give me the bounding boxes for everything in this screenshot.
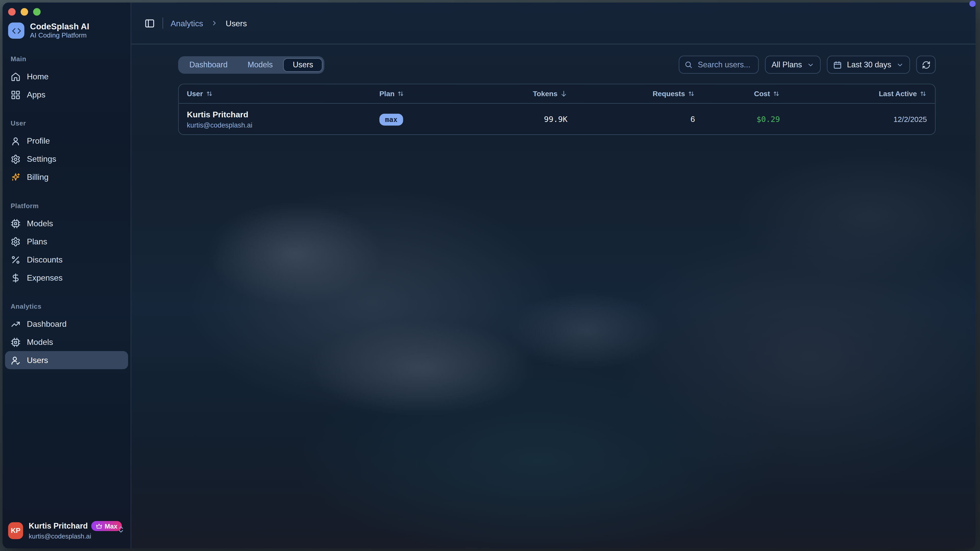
sidebar-item-label: Expenses: [27, 273, 62, 283]
sidebar-item-models[interactable]: Models: [5, 214, 128, 232]
zoom-window-button[interactable]: [33, 8, 41, 16]
column-header-cost[interactable]: Cost: [695, 90, 780, 97]
sort-icon: [205, 90, 213, 97]
sidebar-item-label: Settings: [27, 154, 56, 164]
user-icon: [11, 136, 21, 146]
sort-icon: [773, 90, 780, 97]
sidebar-user-name: Kurtis Pritchard: [29, 522, 88, 530]
sidebar-item-label: Billing: [27, 172, 48, 182]
brand-tagline: AI Coding Platform: [30, 31, 89, 39]
sidebar-item-label: Home: [27, 72, 48, 81]
home-icon: [11, 71, 21, 81]
breadcrumb-analytics[interactable]: Analytics: [171, 18, 203, 28]
sidebar: CodeSplash AI AI Coding Platform Main Ho…: [3, 3, 131, 548]
tab-users[interactable]: Users: [283, 58, 322, 72]
header-divider: [162, 17, 163, 29]
sidebar-item-label: Users: [27, 355, 48, 365]
sidebar-item-discounts[interactable]: Discounts: [5, 251, 128, 268]
sidebar-item-apps[interactable]: Apps: [5, 86, 128, 104]
toolbar: Dashboard Models Users All Plans: [178, 56, 935, 74]
date-range-dropdown[interactable]: Last 30 days: [827, 56, 910, 74]
section-label-analytics: Analytics: [5, 287, 128, 315]
user-cell: Kurtis Pritchard kurtis@codesplash.ai: [187, 110, 379, 128]
last-active-cell: 12/2/2025: [780, 114, 927, 123]
dollar-icon: [11, 273, 21, 283]
content: Dashboard Models Users All Plans: [131, 44, 976, 135]
trending-up-icon: [11, 319, 21, 329]
top-header: Analytics Users: [131, 3, 976, 44]
sidebar-item-profile[interactable]: Profile: [5, 132, 128, 150]
sidebar-item-label: Models: [27, 219, 53, 228]
column-header-plan[interactable]: Plan: [380, 90, 486, 97]
main-area: Analytics Users Dashboard Models Users: [131, 3, 976, 548]
chip-icon: [11, 337, 21, 347]
avatar: KP: [8, 522, 23, 539]
plan-badge: max: [380, 113, 403, 125]
column-header-last-active[interactable]: Last Active: [780, 90, 927, 97]
screen-indicator-dot: [969, 0, 975, 6]
crown-icon: [96, 523, 103, 530]
sidebar-item-billing[interactable]: Billing: [5, 168, 128, 186]
refresh-icon: [921, 60, 930, 69]
close-window-button[interactable]: [8, 8, 16, 16]
users-table: User Plan Tokens Requests: [178, 84, 935, 135]
percent-icon: [11, 254, 21, 265]
brand: CodeSplash AI AI Coding Platform: [3, 16, 130, 39]
sidebar-item-label: Discounts: [27, 255, 62, 264]
sidebar-item-analytics-models[interactable]: Models: [5, 333, 128, 351]
calendar-icon: [833, 60, 842, 69]
view-tabs: Dashboard Models Users: [178, 56, 325, 73]
sort-icon: [397, 90, 404, 97]
sort-desc-icon: [560, 90, 567, 97]
search-input[interactable]: [697, 60, 753, 70]
tab-models[interactable]: Models: [238, 58, 282, 72]
gear-icon: [11, 154, 21, 164]
sidebar-item-settings[interactable]: Settings: [5, 150, 128, 168]
section-label-main: Main: [5, 39, 128, 67]
sidebar-item-label: Plans: [27, 237, 47, 246]
sidebar-item-expenses[interactable]: Expenses: [5, 268, 128, 287]
minimize-window-button[interactable]: [21, 8, 28, 16]
chip-icon: [11, 218, 21, 228]
sort-icon: [919, 90, 927, 97]
sidebar-item-analytics-users[interactable]: Users: [5, 351, 128, 369]
sidebar-item-label: Models: [27, 337, 53, 347]
table-row[interactable]: Kurtis Pritchard kurtis@codesplash.ai ma…: [179, 104, 935, 135]
chevron-down-icon: [807, 61, 815, 68]
apps-grid-icon: [11, 89, 21, 100]
plan-cell: max: [380, 113, 486, 125]
sort-icon: [687, 90, 695, 97]
brand-name: CodeSplash AI: [30, 22, 89, 32]
search-users-field[interactable]: [679, 56, 759, 74]
plan-filter-value: All Plans: [772, 60, 802, 69]
sidebar-toggle-icon[interactable]: [145, 18, 155, 29]
tokens-cell: 99.9K: [486, 114, 568, 124]
user-check-icon: [11, 355, 21, 365]
sidebar-item-analytics-dashboard[interactable]: Dashboard: [5, 315, 128, 333]
column-header-tokens[interactable]: Tokens: [486, 90, 568, 97]
sidebar-item-home[interactable]: Home: [5, 67, 128, 86]
chevron-right-icon: [210, 19, 218, 27]
code-icon: [8, 22, 24, 39]
sparkles-icon: [11, 172, 21, 182]
chevron-down-icon: [896, 61, 904, 68]
column-header-requests[interactable]: Requests: [568, 90, 695, 97]
cost-cell: $0.29: [695, 114, 780, 124]
sidebar-item-plans[interactable]: Plans: [5, 232, 128, 251]
sidebar-user-menu[interactable]: KP Kurtis Pritchard Max kurtis@codesplas…: [3, 515, 130, 548]
app-window: CodeSplash AI AI Coding Platform Main Ho…: [3, 3, 976, 548]
chevrons-up-down-icon: [117, 525, 125, 536]
sidebar-nav: Main Home Apps User Profile Settings: [3, 39, 130, 515]
tab-dashboard[interactable]: Dashboard: [180, 58, 237, 72]
refresh-button[interactable]: [916, 56, 935, 74]
sidebar-item-label: Dashboard: [27, 319, 67, 329]
section-label-platform: Platform: [5, 186, 128, 214]
row-user-name: Kurtis Pritchard: [187, 110, 379, 119]
breadcrumb-users: Users: [226, 18, 247, 28]
sidebar-item-label: Apps: [27, 90, 45, 100]
sidebar-item-label: Profile: [27, 136, 50, 146]
window-controls: [3, 3, 130, 16]
column-header-user[interactable]: User: [187, 90, 379, 97]
plan-filter-dropdown[interactable]: All Plans: [765, 56, 821, 74]
desktop: CodeSplash AI AI Coding Platform Main Ho…: [0, 0, 980, 551]
